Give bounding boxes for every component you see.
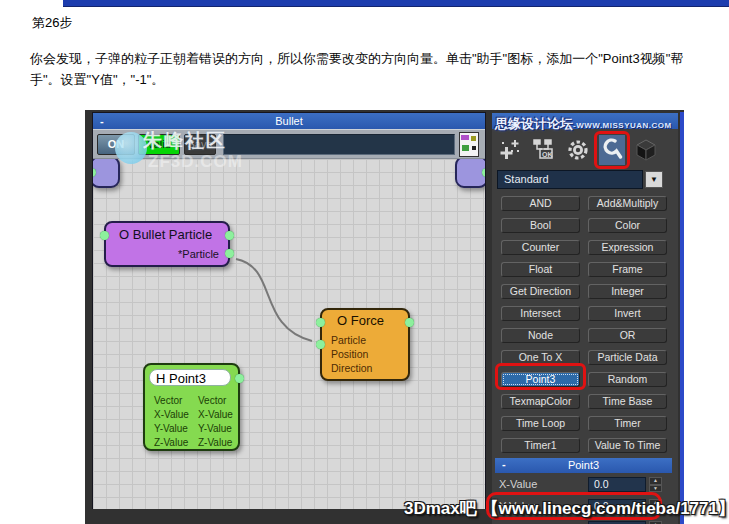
helper-button[interactable] <box>599 135 625 165</box>
valid-button[interactable]: Valid <box>138 134 180 155</box>
corner-node-left-port[interactable] <box>93 168 96 177</box>
expression-button-expression[interactable]: Expression <box>588 240 667 255</box>
save-button[interactable]: Save <box>184 134 216 155</box>
corner-node-right[interactable] <box>455 158 485 188</box>
expression-button-particle-data[interactable]: Particle Data <box>588 350 667 365</box>
point3-node-title-field[interactable]: H Point3 <box>149 369 231 386</box>
expression-button-color[interactable]: Color <box>588 218 667 233</box>
expression-button-frame[interactable]: Frame <box>588 262 667 277</box>
x-value-field[interactable]: 0.0 <box>588 477 646 492</box>
expression-button-one-to-x[interactable]: One To X <box>501 350 580 365</box>
point3-row-x-value: X-ValueX-Value <box>154 408 235 422</box>
y-value-spinner[interactable]: ▲▼ <box>649 499 662 514</box>
x-value-spinner[interactable]: ▲▼ <box>649 477 662 492</box>
x-value-row: X-Value 0.0 ▲▼ <box>492 477 678 493</box>
point3-node[interactable]: H Point3 VectorVectorX-ValueX-ValueY-Val… <box>143 363 240 451</box>
force-node-inputs: ParticlePositionDirection <box>331 333 408 375</box>
bullet-window: - Bullet ON Valid Save <box>93 113 485 508</box>
expression-button-cell: AND <box>501 193 580 208</box>
force-right-port[interactable] <box>405 318 414 327</box>
expression-button-cell: Bool <box>501 215 580 230</box>
expression-button-cell: Invert <box>588 303 667 318</box>
expression-button-or[interactable]: OR <box>588 328 667 343</box>
sidebar-panel: 思缘设计论坛-WWW.MISSYUAN.COM <box>492 113 678 524</box>
bullet-particle-left-port[interactable] <box>100 231 109 240</box>
expression-button-cell: Add&Multiply <box>588 193 667 208</box>
point3-row-vector: VectorVector <box>154 394 235 408</box>
expression-button-float[interactable]: Float <box>501 262 580 277</box>
expression-button-invert[interactable]: Invert <box>588 306 667 321</box>
minimize-button[interactable]: - <box>100 113 112 129</box>
force-left-port[interactable] <box>316 318 325 327</box>
expression-button-bool[interactable]: Bool <box>501 218 580 233</box>
point3-title-port[interactable] <box>235 374 244 383</box>
expression-button-node[interactable]: Node <box>501 328 580 343</box>
expression-button-point3[interactable]: Point3 <box>501 372 580 387</box>
expression-button-cell: Time Loop <box>501 413 580 428</box>
dropdown-arrow-button[interactable]: ▼ <box>645 171 663 188</box>
expression-button-cell: Node <box>501 325 580 340</box>
helper-icon <box>600 138 624 162</box>
point3-node-rows: VectorVectorX-ValueX-ValueY-ValueY-Value… <box>154 394 235 450</box>
geometry-button[interactable] <box>633 135 659 165</box>
screenshot-frame: - Bullet ON Valid Save <box>85 110 684 524</box>
force-node-title: O Force <box>337 313 408 328</box>
point3-input-x-value: X-Value <box>154 408 198 422</box>
expression-button-texmapcolor[interactable]: TexmapColor <box>501 394 580 409</box>
rollout-minimize-button[interactable]: - <box>502 457 514 472</box>
point3-input-vector: Vector <box>154 394 198 408</box>
expression-button-counter[interactable]: Counter <box>501 240 580 255</box>
corner-node-right-port[interactable] <box>482 168 485 177</box>
force-input-direction: Direction <box>331 361 408 375</box>
spinner-up-icon[interactable]: ▲ <box>649 499 662 507</box>
create-icon <box>499 138 521 162</box>
on-button[interactable]: ON <box>97 134 135 155</box>
tutorial-paragraph: 你会发现，子弹的粒子正朝着错误的方向，所以你需要改变的方向向量。单击"助手"图标… <box>30 48 708 90</box>
force-particle-input-port[interactable] <box>316 340 325 349</box>
expression-button-time-base[interactable]: Time Base <box>588 394 667 409</box>
particle-output-port[interactable] <box>225 249 234 258</box>
expression-button-integer[interactable]: Integer <box>588 284 667 299</box>
spinner-down-icon[interactable]: ▼ <box>649 507 662 515</box>
node-ok-button[interactable]: OK <box>531 135 557 165</box>
expression-button-random[interactable]: Random <box>588 372 667 387</box>
force-node[interactable]: O Force ParticlePositionDirection <box>320 308 410 381</box>
point3-output-vector: Vector <box>198 394 226 408</box>
panel-icon-row: OK <box>497 133 659 166</box>
cube-icon <box>634 138 658 162</box>
expression-button-add-multiply[interactable]: Add&Multiply <box>588 196 667 211</box>
expression-button-intersect[interactable]: Intersect <box>501 306 580 321</box>
svg-text:OK: OK <box>542 150 553 157</box>
expression-button-timer[interactable]: Timer <box>588 416 667 431</box>
expression-button-cell: TexmapColor <box>501 391 580 406</box>
y-value-field[interactable]: 0.0 <box>588 499 646 514</box>
expression-name-input[interactable] <box>223 134 455 155</box>
node-layout-button[interactable] <box>459 132 479 157</box>
create-button[interactable] <box>497 135 523 165</box>
expression-button-cell: Frame <box>588 259 667 274</box>
helper-annotation-wrap <box>599 135 625 165</box>
expression-button-timer1[interactable]: Timer1 <box>501 438 580 453</box>
expression-button-get-direction[interactable]: Get Direction <box>501 284 580 299</box>
page-top-divider <box>63 0 729 7</box>
expression-button-value-to-time[interactable]: Value To Time <box>588 438 667 453</box>
expression-button-cell: Timer <box>588 413 667 428</box>
point3-rollout-header[interactable]: - Point3 <box>495 458 672 473</box>
expression-button-cell: Expression <box>588 237 667 252</box>
bullet-particle-node[interactable]: O Bullet Particle *Particle <box>104 221 230 267</box>
node-graph[interactable]: O Bullet Particle *Particle O Force Part… <box>93 158 485 509</box>
expression-button-cell: Particle Data <box>588 347 667 362</box>
x-value-label: X-Value <box>499 478 537 490</box>
spinner-up-icon[interactable]: ▲ <box>649 477 662 485</box>
expression-button-time-loop[interactable]: Time Loop <box>501 416 580 431</box>
expression-button-and[interactable]: AND <box>501 196 580 211</box>
corner-node-left[interactable] <box>93 158 120 188</box>
category-dropdown[interactable]: Standard <box>497 170 643 189</box>
expression-button-cell: Point3 <box>501 369 580 384</box>
spinner-down-icon[interactable]: ▼ <box>649 485 662 493</box>
bullet-particle-right-port[interactable] <box>225 231 234 240</box>
expression-button-grid: ANDAdd&MultiplyBoolColorCounterExpressio… <box>501 193 667 450</box>
point3-input-y-value: Y-Value <box>154 422 198 436</box>
operators-button[interactable] <box>565 135 591 165</box>
watermark-missyuan: 思缘设计论坛-WWW.MISSYUAN.COM <box>495 114 672 133</box>
